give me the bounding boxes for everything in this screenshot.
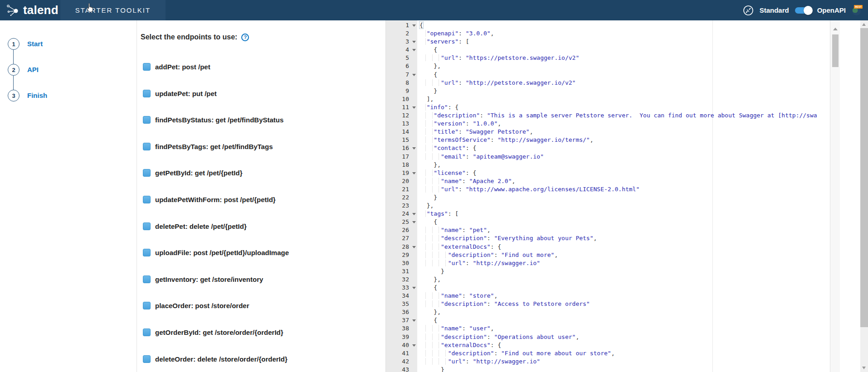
code-line[interactable]: "description": "Everything about your Pe… [419, 234, 830, 242]
fold-toggle-icon[interactable] [412, 172, 416, 174]
line-number[interactable]: 27 [386, 234, 417, 242]
help-icon[interactable]: ? [241, 34, 249, 41]
step-circle-start[interactable]: 1 [8, 38, 20, 50]
mode-label-standard[interactable]: Standard [760, 6, 789, 14]
endpoint-row[interactable]: findPetsByTags: get /pet/findByTags [143, 142, 273, 150]
line-number[interactable]: 33 [386, 284, 417, 292]
code-line[interactable]: "tags": [ [419, 210, 830, 218]
endpoint-checkbox[interactable] [143, 143, 151, 150]
endpoint-checkbox[interactable] [143, 63, 151, 71]
code-line[interactable]: } [419, 193, 830, 202]
endpoint-row[interactable]: updatePet: put /pet [143, 89, 217, 97]
code-line[interactable]: { [419, 218, 830, 226]
editor-scrollbar-thumb[interactable] [832, 34, 839, 67]
line-number[interactable]: 7 [386, 71, 417, 79]
code-line[interactable]: { [419, 71, 830, 79]
fold-toggle-icon[interactable] [412, 221, 416, 223]
line-number[interactable]: 42 [386, 358, 417, 366]
editor-gutter[interactable]: 1234567891011121314151617181920212223242… [385, 20, 417, 372]
code-line[interactable]: "description": "This is a sample server … [419, 111, 830, 120]
page-scrollbar-thumb[interactable] [860, 28, 868, 327]
endpoint-row[interactable]: placeOrder: post /store/order [143, 301, 249, 309]
endpoint-row[interactable]: uploadFile: post /pet/{petId}/uploadImag… [143, 248, 289, 256]
line-number[interactable]: 38 [386, 324, 417, 333]
code-line[interactable]: "servers": [ [419, 38, 830, 46]
line-number[interactable]: 17 [386, 153, 417, 161]
fold-toggle-icon[interactable] [412, 24, 416, 27]
endpoint-row[interactable]: getInventory: get /store/inventory [143, 275, 263, 283]
line-number[interactable]: 23 [386, 202, 417, 210]
fold-toggle-icon[interactable] [412, 213, 416, 215]
standard-openapi-toggle[interactable] [795, 7, 811, 14]
code-line[interactable]: "url": "http://swagger.io" [419, 358, 830, 366]
toggle-knob[interactable] [804, 6, 813, 15]
line-number[interactable]: 3 [386, 38, 417, 46]
code-line[interactable]: "termsOfService": "http://swagger.io/ter… [419, 136, 830, 144]
editor-code-area[interactable]: { "openapi": "3.0.0", "servers": [ { "ur… [417, 20, 830, 372]
fold-toggle-icon[interactable] [412, 344, 416, 347]
endpoint-checkbox[interactable] [143, 275, 151, 283]
fold-toggle-icon[interactable] [412, 147, 416, 150]
line-number[interactable]: 37 [386, 316, 417, 324]
code-line[interactable]: }, [419, 275, 830, 284]
line-number[interactable]: 5 [386, 54, 417, 62]
fold-toggle-icon[interactable] [412, 319, 416, 322]
line-number[interactable]: 12 [386, 111, 417, 120]
code-line[interactable]: "description": "Operations about user", [419, 333, 830, 341]
line-number[interactable]: 40 [386, 341, 417, 349]
code-line[interactable]: "description": "Access to Petstore order… [419, 300, 830, 308]
endpoint-checkbox[interactable] [143, 196, 151, 203]
line-number[interactable]: 11 [386, 103, 417, 111]
endpoint-checkbox[interactable] [143, 222, 151, 230]
code-line[interactable]: "info": { [419, 103, 830, 111]
code-line[interactable]: "url": "http://petstore.swagger.io/v2" [419, 79, 830, 87]
endpoint-row[interactable]: findPetsByStatus: get /pet/findByStatus [143, 116, 283, 124]
code-line[interactable]: { [419, 46, 830, 54]
brand[interactable]: talend [0, 0, 60, 20]
line-number[interactable]: 30 [386, 259, 417, 267]
step-circle-finish[interactable]: 3 [8, 90, 20, 101]
line-number[interactable]: 14 [386, 128, 417, 136]
endpoint-checkbox[interactable] [143, 116, 151, 124]
line-number[interactable]: 6 [386, 62, 417, 70]
line-number[interactable]: 8 [386, 79, 417, 87]
code-line[interactable]: } [419, 366, 830, 372]
code-line[interactable]: "version": "1.0.0", [419, 120, 830, 128]
endpoint-row[interactable]: getPetById: get /pet/{petId} [143, 169, 243, 177]
code-line[interactable]: "openapi": "3.0.0", [419, 29, 830, 38]
code-line[interactable]: "url": "https://petstore.swagger.io/v2" [419, 54, 830, 62]
code-line[interactable]: "name": "store", [419, 292, 830, 300]
code-line[interactable]: ], [419, 95, 830, 103]
line-number[interactable]: 39 [386, 333, 417, 341]
endpoint-row[interactable]: deletePet: delete /pet/{petId} [143, 222, 247, 230]
fold-toggle-icon[interactable] [412, 41, 416, 43]
endpoint-checkbox[interactable] [143, 90, 151, 97]
code-line[interactable]: "url": "http://www.apache.org/licenses/L… [419, 185, 830, 193]
line-number[interactable]: 21 [386, 185, 417, 193]
code-line[interactable]: "email": "apiteam@swagger.io" [419, 153, 830, 161]
code-line[interactable]: }, [419, 161, 830, 169]
line-number[interactable]: 15 [386, 136, 417, 144]
openapi-json-editor[interactable]: 1234567891011121314151617181920212223242… [385, 20, 840, 372]
editor-scroll-up-arrow-icon[interactable] [833, 28, 838, 30]
mode-label-openapi[interactable]: OpenAPI [817, 6, 846, 14]
code-line[interactable]: }, [419, 62, 830, 70]
line-number[interactable]: 29 [386, 251, 417, 259]
fold-toggle-icon[interactable] [412, 287, 416, 289]
step-label-finish[interactable]: Finish [27, 92, 47, 99]
code-line[interactable]: }, [419, 308, 830, 316]
code-line[interactable]: "url": "http://swagger.io" [419, 259, 830, 267]
step-label-api[interactable]: API [27, 66, 39, 73]
code-line[interactable]: { [419, 21, 830, 29]
line-number[interactable]: 20 [386, 177, 417, 185]
endpoint-row[interactable]: deleteOrder: delete /store/order/{orderI… [143, 355, 288, 363]
fold-toggle-icon[interactable] [412, 106, 416, 109]
code-line[interactable]: "externalDocs": { [419, 341, 830, 349]
page-scroll-down-arrow-icon[interactable] [862, 367, 866, 369]
line-number[interactable]: 26 [386, 226, 417, 234]
code-line[interactable]: { [419, 284, 830, 292]
page-scrollbar[interactable] [860, 20, 868, 372]
code-line[interactable]: } [419, 87, 830, 95]
endpoint-checkbox[interactable] [143, 249, 151, 256]
code-line[interactable]: "name": "Apache 2.0", [419, 177, 830, 185]
